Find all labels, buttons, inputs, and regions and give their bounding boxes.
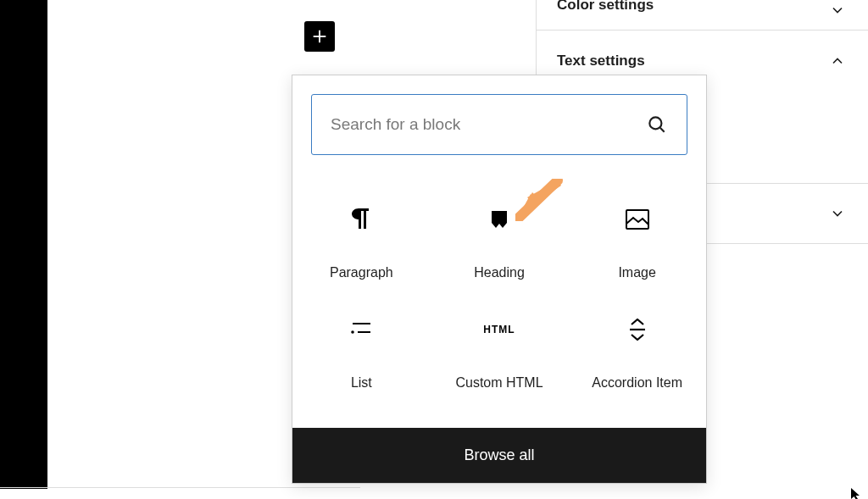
block-label: Accordion Item — [592, 375, 682, 391]
svg-point-6 — [352, 330, 355, 334]
panel-title: Text settings — [557, 53, 645, 69]
block-paragraph[interactable]: Paragraph — [292, 189, 431, 299]
heading-icon — [487, 208, 511, 231]
cursor-icon — [851, 488, 863, 499]
block-label: Image — [618, 265, 655, 280]
block-search-input[interactable] — [331, 115, 646, 134]
browse-all-button[interactable]: Browse all — [292, 428, 706, 483]
panel-color-settings[interactable]: Color settings — [537, 0, 868, 30]
chevron-down-icon — [827, 0, 848, 20]
block-label: Paragraph — [330, 265, 393, 280]
block-grid: Paragraph Heading Image — [292, 174, 706, 428]
block-label: Custom HTML — [455, 375, 542, 391]
plus-icon — [310, 27, 329, 46]
block-custom-html[interactable]: HTML Custom HTML — [431, 299, 569, 409]
block-label: List — [351, 375, 372, 391]
panel-title: Color settings — [557, 0, 654, 14]
chevron-down-icon — [827, 203, 848, 224]
search-icon — [646, 114, 668, 136]
html-icon: HTML — [487, 318, 511, 341]
chevron-up-icon — [827, 51, 848, 71]
accordion-icon — [626, 318, 649, 341]
image-icon — [626, 208, 649, 231]
svg-line-3 — [660, 128, 665, 132]
block-inserter-popover: Paragraph Heading Image — [292, 75, 707, 484]
svg-rect-4 — [626, 210, 648, 229]
paragraph-icon — [349, 208, 373, 231]
block-list[interactable]: List — [292, 299, 431, 409]
block-label: Heading — [474, 265, 525, 280]
block-heading[interactable]: Heading — [431, 189, 569, 299]
left-sidebar-strip — [0, 0, 47, 489]
divider — [0, 487, 360, 488]
block-image[interactable]: Image — [568, 189, 706, 299]
list-icon — [349, 318, 373, 341]
add-block-button[interactable] — [304, 21, 335, 52]
svg-point-2 — [649, 117, 661, 129]
block-accordion-item[interactable]: Accordion Item — [568, 299, 706, 409]
block-search-field[interactable] — [311, 94, 687, 155]
